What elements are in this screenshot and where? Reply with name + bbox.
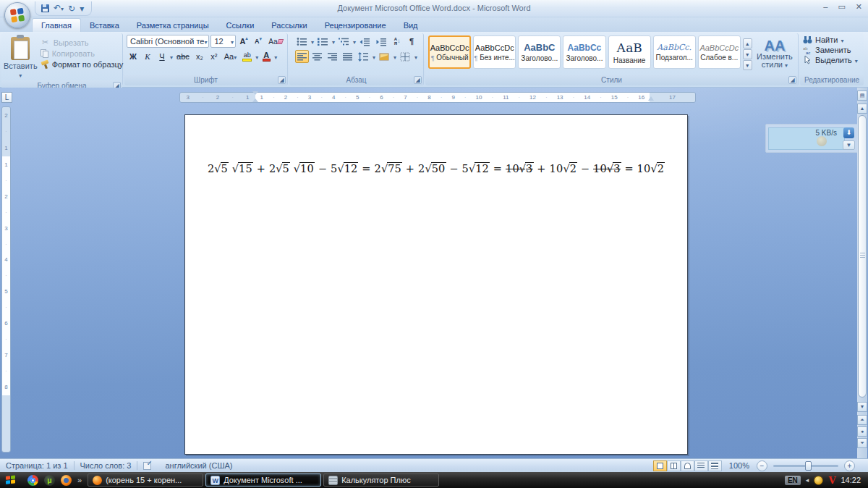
font-name-combobox[interactable]: Calibri (Основной те — [127, 35, 209, 48]
copy-button[interactable]: Копировать — [41, 49, 124, 58]
shading-caret-icon[interactable] — [393, 52, 396, 61]
format-painter-button[interactable]: Формат по образцу — [41, 60, 124, 69]
underline-button[interactable]: Ч — [156, 50, 169, 63]
tab-view[interactable]: Вид — [395, 19, 427, 32]
chrome-icon[interactable] — [27, 475, 38, 486]
quick-launch-more-icon[interactable]: » — [77, 476, 82, 484]
start-button[interactable] — [0, 472, 22, 488]
restore-button[interactable]: ▭ — [838, 2, 845, 12]
tab-mailings[interactable]: Рассылки — [263, 19, 315, 32]
paragraph-dialog-launcher[interactable]: ◢ — [414, 76, 422, 84]
tab-selector-button[interactable]: L — [1, 92, 12, 103]
sort-button[interactable]: АЯ↓ — [391, 35, 404, 48]
decrease-indent-button[interactable] — [357, 35, 373, 48]
justify-button[interactable] — [341, 50, 354, 63]
line-spacing-caret-icon[interactable] — [373, 52, 375, 61]
next-page-button[interactable]: ⏷ — [857, 438, 867, 448]
style-card-no-spacing[interactable]: AaBbCcDc ¶ Без инте... — [473, 35, 516, 69]
zoom-slider[interactable] — [773, 465, 838, 467]
vertical-scrollbar[interactable]: ▤ ▲ ▼ ⏶ ● ⏷ — [857, 88, 867, 458]
line-spacing-button[interactable] — [356, 50, 371, 63]
bullets-button[interactable] — [294, 35, 310, 48]
web-layout-view-button[interactable] — [681, 460, 694, 471]
previous-page-button[interactable]: ⏶ — [857, 415, 867, 425]
formula-line[interactable]: 2√5 √15 + 2√5 √10 − 5√12 = 2√75 + 2√50 −… — [185, 163, 687, 174]
page-indicator[interactable]: Страница: 1 из 1 — [0, 461, 74, 470]
multilevel-list-button[interactable] — [336, 35, 352, 48]
styles-gallery-more[interactable]: ▼ — [743, 60, 752, 70]
replace-button[interactable]: abac Заменить — [803, 46, 861, 54]
borders-caret-icon[interactable] — [414, 52, 417, 61]
style-card-heading1[interactable]: AaBbC Заголово... — [518, 35, 561, 69]
indent-marker[interactable] — [252, 91, 258, 103]
tab-references[interactable]: Ссылки — [218, 19, 263, 32]
language-switcher[interactable]: EN — [785, 476, 801, 485]
cut-button[interactable]: ✂Вырезать — [41, 38, 124, 47]
scroll-down-button[interactable]: ▼ — [857, 402, 867, 412]
underline-caret-icon[interactable] — [170, 52, 173, 61]
task-button-browser[interactable]: (корень 15 + корен... — [88, 474, 203, 487]
zoom-out-button[interactable]: − — [757, 460, 767, 471]
tab-review[interactable]: Рецензирование — [316, 19, 395, 32]
language-indicator[interactable]: английский (США) — [159, 461, 238, 470]
borders-button[interactable] — [398, 50, 413, 63]
font-dialog-launcher[interactable]: ◢ — [278, 76, 286, 84]
scroll-up-button[interactable]: ▲ — [857, 104, 867, 114]
subscript-button[interactable]: x₂ — [193, 50, 206, 63]
align-center-button[interactable] — [310, 50, 324, 63]
ruler-toggle-button[interactable]: ▤ — [857, 91, 867, 101]
task-button-word[interactable]: W Документ Microsoft ... — [205, 474, 321, 487]
zoom-in-button[interactable]: + — [844, 460, 855, 471]
minimize-button[interactable]: – — [823, 2, 827, 12]
italic-button[interactable]: К — [141, 50, 154, 63]
numbering-caret-icon[interactable] — [332, 37, 335, 46]
superscript-button[interactable]: x² — [208, 50, 221, 63]
styles-scroll-up[interactable]: ▲ — [743, 38, 752, 49]
download-arrow-icon[interactable]: ⬇ — [843, 127, 854, 138]
spellcheck-status[interactable] — [137, 460, 159, 471]
scrollbar-thumb[interactable] — [858, 115, 867, 397]
styles-dialog-launcher[interactable]: ◢ — [788, 76, 796, 84]
draft-view-button[interactable] — [708, 460, 722, 471]
increase-indent-button[interactable] — [374, 35, 389, 48]
select-button[interactable]: Выделить — [803, 56, 861, 64]
paste-caret-icon[interactable] — [19, 70, 22, 79]
word-count[interactable]: Число слов: 3 — [75, 461, 137, 470]
style-card-title[interactable]: АаВ Название — [608, 35, 651, 69]
align-right-button[interactable] — [326, 50, 339, 63]
grow-font-button[interactable]: А — [237, 35, 250, 48]
numbering-button[interactable] — [315, 35, 331, 48]
zoom-level[interactable]: 100% — [725, 461, 754, 470]
change-styles-button[interactable]: АА Изменить стили — [754, 35, 795, 72]
firefox-icon[interactable] — [61, 475, 72, 486]
align-left-button[interactable] — [295, 50, 309, 63]
right-indent-marker[interactable] — [648, 96, 654, 101]
multilevel-caret-icon[interactable] — [353, 37, 356, 46]
outline-view-button[interactable] — [694, 460, 708, 471]
font-color-button[interactable]: А — [260, 50, 273, 63]
style-card-heading2[interactable]: AaBbCc Заголово... — [563, 35, 605, 69]
utorrent-icon[interactable]: µ — [44, 475, 55, 486]
close-button[interactable]: ✕ — [856, 2, 862, 12]
document-page[interactable]: 2√5 √15 + 2√5 √10 − 5√12 = 2√75 + 2√50 −… — [184, 114, 688, 455]
shrink-font-button[interactable]: А — [252, 35, 265, 48]
shading-button[interactable] — [377, 50, 392, 63]
style-card-normal[interactable]: AaBbCcDc ¶ Обычный — [428, 35, 471, 69]
hidden-icons-arrow[interactable]: ◂ — [806, 476, 809, 484]
tab-page-layout[interactable]: Разметка страницы — [128, 19, 218, 32]
select-browse-object-button[interactable]: ● — [857, 426, 867, 437]
font-color-caret-icon[interactable] — [274, 52, 277, 61]
strikethrough-button[interactable]: abc — [174, 50, 192, 63]
bullets-caret-icon[interactable] — [311, 37, 314, 46]
vertical-ruler[interactable]: 2·1 1·2·3·4·5·6·7·8 — [1, 106, 11, 453]
clock[interactable]: 14:22 — [841, 476, 861, 484]
style-card-subtitle[interactable]: AaBbCc. Подзагол... — [653, 35, 696, 69]
task-button-calculator[interactable]: Калькулятор Плюс — [323, 474, 439, 487]
highlight-caret-icon[interactable] — [255, 52, 258, 61]
widget-dropdown-button[interactable]: ▼ — [843, 140, 855, 150]
highlight-button[interactable]: ab — [240, 50, 254, 63]
tab-home[interactable]: Главная — [32, 18, 81, 32]
find-button[interactable]: Найти — [803, 35, 861, 44]
red-v-tray-icon[interactable]: V — [828, 475, 835, 486]
font-size-combobox[interactable]: 12 — [210, 35, 236, 48]
